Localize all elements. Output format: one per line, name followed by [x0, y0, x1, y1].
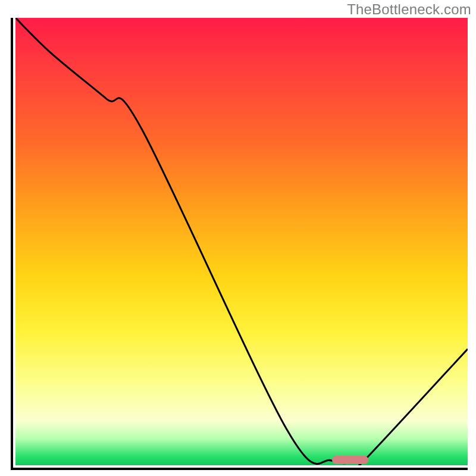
optimal-marker	[332, 456, 368, 464]
watermark-text: TheBottleneck.com	[347, 1, 471, 18]
heat-gradient-bg	[15, 18, 468, 465]
plot-area	[11, 18, 468, 470]
bottleneck-chart: TheBottleneck.com	[0, 0, 476, 476]
